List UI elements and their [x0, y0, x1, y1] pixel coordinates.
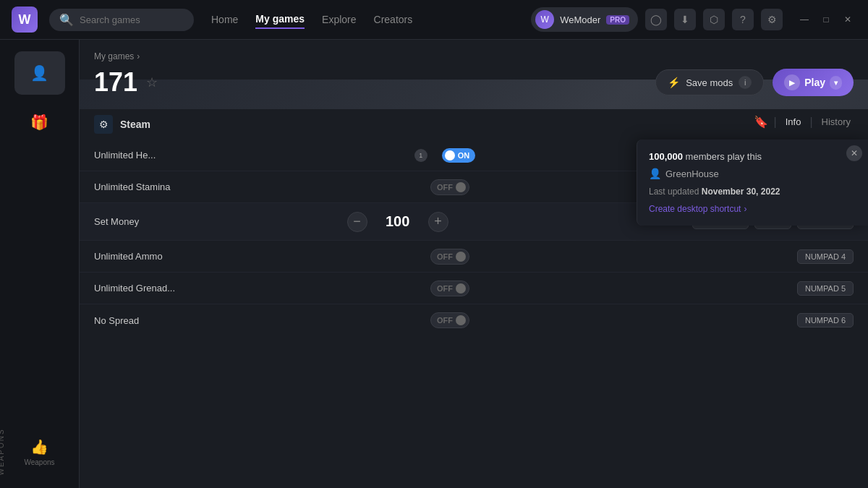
nav-home[interactable]: Home — [211, 11, 238, 28]
creator-name: GreenHouse — [665, 168, 719, 179]
game-number: 171 — [94, 67, 137, 98]
app-logo: W — [12, 7, 38, 33]
mods-area: Unlimited He... 1 ON NUMPAD 1 Unlimited … — [80, 140, 868, 488]
nav-explore[interactable]: Explore — [322, 11, 356, 28]
play-label: Play — [804, 77, 825, 88]
lightning-icon: ⚡ — [668, 77, 680, 88]
members-text: 100,000 members play this — [649, 151, 856, 162]
breadcrumb-link[interactable]: My games — [94, 51, 134, 61]
mod-name: Set Money — [94, 216, 333, 227]
sidebar-item-player[interactable]: 👤 — [14, 51, 65, 95]
settings-btn[interactable]: ⚙ — [761, 9, 783, 30]
discord-btn[interactable]: ⬡ — [703, 9, 725, 30]
items-icon: 🎁 — [30, 114, 48, 131]
stepper-plus[interactable]: + — [428, 212, 448, 232]
tab-history[interactable]: History — [819, 115, 854, 129]
mod-name: Unlimited Grenad... — [94, 283, 416, 294]
play-icon: ▶ — [784, 74, 800, 90]
save-mods-label: Save mods — [686, 77, 733, 88]
mod-name: No Spread — [94, 315, 416, 326]
favorite-star[interactable]: ☆ — [146, 74, 158, 90]
close-btn[interactable]: ✕ — [839, 11, 856, 28]
username: WeModer — [560, 14, 600, 25]
table-row: Unlimited Ammo OFF NUMPAD 4 — [80, 241, 868, 273]
content-area: My games › 171 ☆ ⚡ Save mods i ▶ Play ▾ — [80, 40, 868, 488]
last-updated: Last updated November 30, 2022 — [649, 187, 856, 197]
info-panel-close[interactable]: ✕ — [846, 145, 862, 161]
steam-icon: ⚙ — [94, 115, 113, 134]
nav-my-games[interactable]: My games — [255, 10, 305, 29]
platform-name: Steam — [120, 119, 150, 130]
help-btn[interactable]: ? — [732, 9, 754, 30]
section-label: Weapons — [0, 428, 5, 475]
player-icon: 👤 — [30, 64, 48, 82]
members-count: 100,000 — [649, 151, 683, 162]
user-badge[interactable]: W WeModer PRO — [531, 7, 638, 32]
notifications-btn[interactable]: ◯ — [645, 9, 667, 30]
tab-info[interactable]: Info — [783, 115, 804, 129]
last-updated-label: Last updated — [649, 187, 699, 197]
minimize-btn[interactable]: — — [796, 11, 813, 28]
shortcut-arrow: › — [744, 204, 746, 214]
weapons-label: Weapons — [24, 458, 54, 466]
mod-name: Unlimited Ammo — [94, 251, 416, 262]
stepper-value: 100 — [376, 213, 420, 230]
toggle-off[interactable]: OFF — [430, 249, 469, 265]
info-panel: ✕ 100,000 members play this 👤 GreenHouse… — [637, 140, 868, 226]
info-history-tabs: 🔖 | Info | History — [754, 115, 854, 129]
search-input[interactable] — [80, 14, 181, 25]
weapons-icon: 👍 — [30, 438, 48, 455]
topbar-right: W WeModer PRO ◯ ⬇ ⬡ ? ⚙ — □ ✕ — [531, 7, 856, 32]
toggle-off[interactable]: OFF — [430, 179, 469, 195]
topbar: W 🔍 Home My games Explore Creators W WeM… — [0, 0, 868, 40]
mod-badge: 1 — [414, 149, 427, 162]
keybind-label[interactable]: NUMPAD 4 — [797, 249, 854, 264]
keybind-label[interactable]: NUMPAD 6 — [797, 313, 854, 328]
toggle-off[interactable]: OFF — [430, 312, 469, 328]
table-row: No Spread OFF NUMPAD 6 — [80, 304, 868, 336]
play-chevron-icon[interactable]: ▾ — [830, 76, 842, 90]
breadcrumb: My games › — [94, 51, 854, 61]
downloads-btn[interactable]: ⬇ — [674, 9, 696, 30]
bookmark-icon[interactable]: 🔖 — [754, 115, 768, 129]
save-info-icon[interactable]: i — [739, 76, 752, 89]
stepper-minus[interactable]: − — [347, 212, 367, 232]
sidebar-item-items[interactable]: 🎁 — [14, 100, 65, 144]
play-button[interactable]: ▶ Play ▾ — [773, 69, 854, 96]
table-row: Unlimited Grenad... OFF NUMPAD 5 — [80, 273, 868, 304]
toggle-off[interactable]: OFF — [430, 281, 469, 296]
members-suffix: members play this — [683, 151, 762, 162]
sidebar: 👤 🎁 👍 Weapons Weapons — [0, 40, 80, 488]
sidebar-item-weapons[interactable]: 👍 Weapons Weapons — [14, 430, 65, 474]
creator-icon: 👤 — [649, 168, 661, 179]
game-title-row: 171 ☆ ⚡ Save mods i ▶ Play ▾ — [94, 67, 854, 98]
nav-creators[interactable]: Creators — [374, 11, 413, 28]
toggle-on[interactable]: ON — [442, 148, 476, 163]
platform-row: ⚙ Steam 🔖 | Info | History — [80, 109, 868, 140]
pro-badge: PRO — [606, 15, 629, 25]
window-controls: — □ ✕ — [796, 11, 856, 28]
avatar: W — [535, 10, 554, 29]
keybind-label[interactable]: NUMPAD 5 — [797, 281, 854, 296]
breadcrumb-separator: › — [137, 51, 140, 61]
game-header: My games › 171 ☆ ⚡ Save mods i ▶ Play ▾ — [80, 40, 868, 109]
creator-row: 👤 GreenHouse — [649, 168, 856, 179]
search-container[interactable]: 🔍 — [49, 9, 194, 31]
shortcut-label: Create desktop shortcut — [649, 204, 741, 214]
search-icon: 🔍 — [59, 13, 74, 27]
maximize-btn[interactable]: □ — [817, 11, 835, 28]
save-mods-button[interactable]: ⚡ Save mods i — [655, 69, 764, 95]
last-updated-date: November 30, 2022 — [702, 187, 780, 197]
mod-name: Unlimited He... — [94, 150, 410, 160]
main-area: 👤 🎁 👍 Weapons Weapons My games › 171 ☆ ⚡ — [0, 40, 868, 488]
mod-name: Unlimited Stamina — [94, 181, 416, 192]
nav-links: Home My games Explore Creators — [211, 10, 519, 29]
shortcut-link[interactable]: Create desktop shortcut › — [649, 204, 856, 214]
